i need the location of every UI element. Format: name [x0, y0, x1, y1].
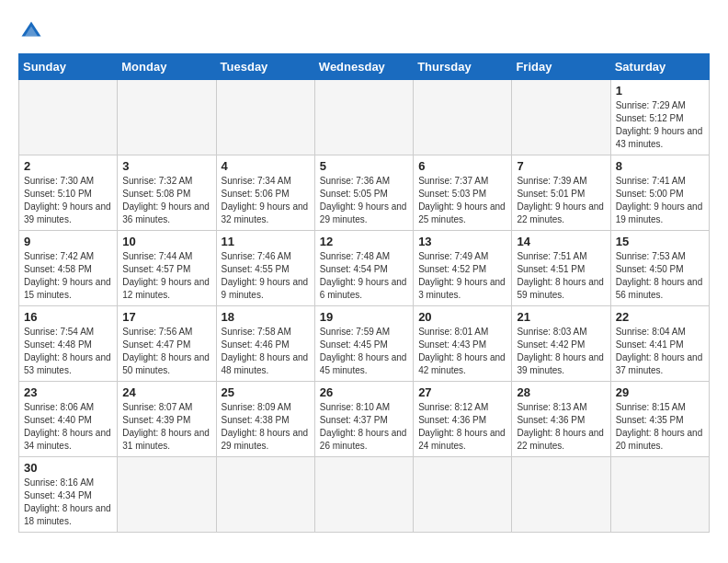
header [18, 18, 710, 44]
day-info: Sunrise: 8:09 AM Sunset: 4:38 PM Dayligh… [222, 401, 310, 453]
table-row: 20Sunrise: 8:01 AM Sunset: 4:43 PM Dayli… [414, 306, 512, 382]
logo [18, 18, 48, 44]
weekday-header-row: SundayMondayTuesdayWednesdayThursdayFrid… [19, 54, 710, 80]
day-number: 10 [122, 235, 210, 248]
day-info: Sunrise: 8:04 AM Sunset: 4:41 PM Dayligh… [616, 326, 704, 377]
table-row: 13Sunrise: 7:49 AM Sunset: 4:52 PM Dayli… [414, 231, 512, 306]
day-info: Sunrise: 8:01 AM Sunset: 4:43 PM Dayligh… [418, 326, 506, 377]
table-row [610, 457, 709, 533]
table-row: 2Sunrise: 7:30 AM Sunset: 5:10 PM Daylig… [19, 155, 118, 231]
table-row: 28Sunrise: 8:13 AM Sunset: 4:36 PM Dayli… [512, 382, 610, 457]
table-row [118, 80, 216, 155]
calendar-week-row: 1Sunrise: 7:29 AM Sunset: 5:12 PM Daylig… [19, 80, 710, 155]
day-info: Sunrise: 7:44 AM Sunset: 4:57 PM Dayligh… [122, 250, 210, 302]
day-info: Sunrise: 8:16 AM Sunset: 4:34 PM Dayligh… [24, 477, 112, 528]
table-row: 15Sunrise: 7:53 AM Sunset: 4:50 PM Dayli… [610, 231, 709, 306]
day-number: 13 [418, 235, 506, 248]
table-row: 26Sunrise: 8:10 AM Sunset: 4:37 PM Dayli… [314, 382, 413, 457]
day-info: Sunrise: 7:49 AM Sunset: 4:52 PM Dayligh… [418, 250, 506, 302]
day-number: 11 [222, 235, 310, 248]
day-number: 21 [517, 310, 605, 324]
weekday-header-sunday: Sunday [19, 54, 118, 80]
calendar-week-row: 30Sunrise: 8:16 AM Sunset: 4:34 PM Dayli… [19, 457, 710, 533]
table-row: 30Sunrise: 8:16 AM Sunset: 4:34 PM Dayli… [19, 457, 118, 533]
day-number: 22 [616, 310, 704, 324]
day-number: 3 [122, 159, 210, 173]
day-number: 12 [320, 235, 408, 248]
table-row: 25Sunrise: 8:09 AM Sunset: 4:38 PM Dayli… [216, 382, 314, 457]
day-number: 15 [616, 235, 704, 248]
day-number: 28 [517, 385, 605, 399]
logo-icon [18, 18, 44, 44]
weekday-header-wednesday: Wednesday [314, 54, 413, 80]
table-row [512, 80, 610, 155]
table-row: 1Sunrise: 7:29 AM Sunset: 5:12 PM Daylig… [610, 80, 709, 155]
day-info: Sunrise: 8:15 AM Sunset: 4:35 PM Dayligh… [616, 401, 704, 453]
table-row: 17Sunrise: 7:56 AM Sunset: 4:47 PM Dayli… [118, 306, 216, 382]
table-row: 12Sunrise: 7:48 AM Sunset: 4:54 PM Dayli… [314, 231, 413, 306]
table-row: 21Sunrise: 8:03 AM Sunset: 4:42 PM Dayli… [512, 306, 610, 382]
weekday-header-thursday: Thursday [414, 54, 512, 80]
table-row: 14Sunrise: 7:51 AM Sunset: 4:51 PM Dayli… [512, 231, 610, 306]
calendar-week-row: 23Sunrise: 8:06 AM Sunset: 4:40 PM Dayli… [19, 382, 710, 457]
day-info: Sunrise: 7:37 AM Sunset: 5:03 PM Dayligh… [418, 175, 506, 226]
day-info: Sunrise: 8:10 AM Sunset: 4:37 PM Dayligh… [320, 401, 408, 453]
day-number: 26 [320, 385, 408, 399]
day-number: 23 [24, 385, 112, 399]
table-row: 7Sunrise: 7:39 AM Sunset: 5:01 PM Daylig… [512, 155, 610, 231]
day-info: Sunrise: 7:36 AM Sunset: 5:05 PM Dayligh… [320, 175, 408, 226]
day-number: 25 [222, 385, 310, 399]
day-info: Sunrise: 7:54 AM Sunset: 4:48 PM Dayligh… [24, 326, 112, 377]
table-row [19, 80, 118, 155]
table-row: 23Sunrise: 8:06 AM Sunset: 4:40 PM Dayli… [19, 382, 118, 457]
table-row: 6Sunrise: 7:37 AM Sunset: 5:03 PM Daylig… [414, 155, 512, 231]
day-info: Sunrise: 7:30 AM Sunset: 5:10 PM Dayligh… [24, 175, 112, 226]
day-info: Sunrise: 8:12 AM Sunset: 4:36 PM Dayligh… [418, 401, 506, 453]
day-info: Sunrise: 7:59 AM Sunset: 4:45 PM Dayligh… [320, 326, 408, 377]
day-number: 24 [122, 385, 210, 399]
table-row [314, 80, 413, 155]
day-info: Sunrise: 7:34 AM Sunset: 5:06 PM Dayligh… [222, 175, 310, 226]
day-info: Sunrise: 7:41 AM Sunset: 5:00 PM Dayligh… [616, 175, 704, 226]
day-number: 8 [616, 159, 704, 173]
day-info: Sunrise: 7:51 AM Sunset: 4:51 PM Dayligh… [517, 250, 605, 302]
day-number: 18 [222, 310, 310, 324]
day-number: 27 [418, 385, 506, 399]
day-info: Sunrise: 7:48 AM Sunset: 4:54 PM Dayligh… [320, 250, 408, 302]
table-row: 18Sunrise: 7:58 AM Sunset: 4:46 PM Dayli… [216, 306, 314, 382]
table-row: 9Sunrise: 7:42 AM Sunset: 4:58 PM Daylig… [19, 231, 118, 306]
day-number: 1 [616, 84, 704, 98]
calendar-week-row: 2Sunrise: 7:30 AM Sunset: 5:10 PM Daylig… [19, 155, 710, 231]
weekday-header-friday: Friday [512, 54, 610, 80]
day-info: Sunrise: 7:32 AM Sunset: 5:08 PM Dayligh… [122, 175, 210, 226]
day-number: 29 [616, 385, 704, 399]
day-info: Sunrise: 7:42 AM Sunset: 4:58 PM Dayligh… [24, 250, 112, 302]
table-row [118, 457, 216, 533]
day-number: 7 [517, 159, 605, 173]
table-row: 3Sunrise: 7:32 AM Sunset: 5:08 PM Daylig… [118, 155, 216, 231]
day-info: Sunrise: 7:29 AM Sunset: 5:12 PM Dayligh… [616, 99, 704, 151]
table-row: 29Sunrise: 8:15 AM Sunset: 4:35 PM Dayli… [610, 382, 709, 457]
day-info: Sunrise: 7:56 AM Sunset: 4:47 PM Dayligh… [122, 326, 210, 377]
day-number: 5 [320, 159, 408, 173]
day-number: 14 [517, 235, 605, 248]
table-row: 11Sunrise: 7:46 AM Sunset: 4:55 PM Dayli… [216, 231, 314, 306]
day-info: Sunrise: 7:58 AM Sunset: 4:46 PM Dayligh… [222, 326, 310, 377]
day-number: 20 [418, 310, 506, 324]
day-info: Sunrise: 7:46 AM Sunset: 4:55 PM Dayligh… [222, 250, 310, 302]
table-row: 10Sunrise: 7:44 AM Sunset: 4:57 PM Dayli… [118, 231, 216, 306]
table-row: 4Sunrise: 7:34 AM Sunset: 5:06 PM Daylig… [216, 155, 314, 231]
day-number: 4 [222, 159, 310, 173]
day-info: Sunrise: 8:07 AM Sunset: 4:39 PM Dayligh… [122, 401, 210, 453]
table-row [216, 457, 314, 533]
day-number: 6 [418, 159, 506, 173]
table-row: 8Sunrise: 7:41 AM Sunset: 5:00 PM Daylig… [610, 155, 709, 231]
day-number: 9 [24, 235, 112, 248]
day-number: 17 [122, 310, 210, 324]
table-row: 19Sunrise: 7:59 AM Sunset: 4:45 PM Dayli… [314, 306, 413, 382]
table-row: 22Sunrise: 8:04 AM Sunset: 4:41 PM Dayli… [610, 306, 709, 382]
calendar-week-row: 9Sunrise: 7:42 AM Sunset: 4:58 PM Daylig… [19, 231, 710, 306]
table-row: 5Sunrise: 7:36 AM Sunset: 5:05 PM Daylig… [314, 155, 413, 231]
weekday-header-tuesday: Tuesday [216, 54, 314, 80]
day-number: 16 [24, 310, 112, 324]
